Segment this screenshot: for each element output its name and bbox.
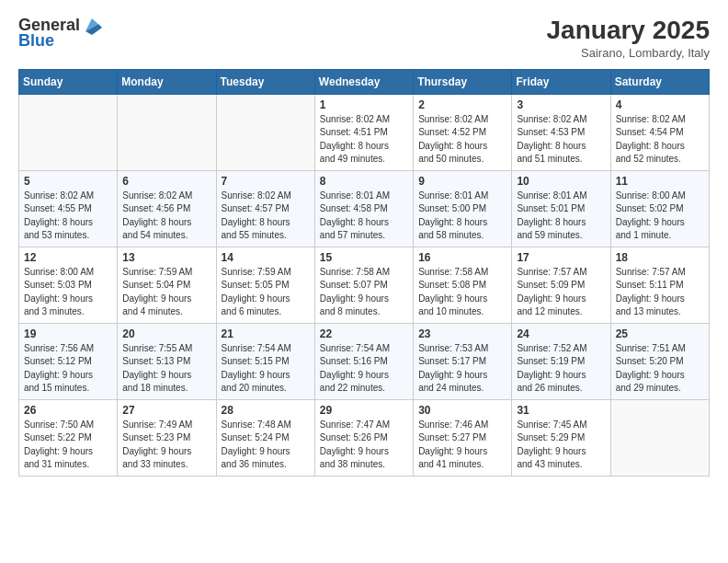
weekday-header-friday: Friday: [512, 69, 610, 94]
header: General Blue January 2025 Sairano, Lomba…: [18, 15, 710, 60]
day-number: 21: [222, 327, 310, 340]
day-number: 26: [24, 404, 112, 417]
calendar-day: 14Sunrise: 7:59 AM Sunset: 5:05 PM Dayli…: [216, 247, 314, 323]
day-number: 30: [418, 404, 506, 417]
weekday-header-sunday: Sunday: [19, 69, 118, 94]
calendar-day: 7Sunrise: 8:02 AM Sunset: 4:57 PM Daylig…: [216, 170, 314, 247]
day-info: Sunrise: 7:54 AM Sunset: 5:16 PM Dayligh…: [320, 342, 408, 396]
day-info: Sunrise: 7:49 AM Sunset: 5:23 PM Dayligh…: [122, 419, 210, 472]
day-number: 6: [122, 175, 210, 188]
calendar-table: SundayMondayTuesdayWednesdayThursdayFrid…: [18, 69, 710, 477]
calendar-title: January 2025: [547, 15, 710, 46]
day-info: Sunrise: 7:48 AM Sunset: 5:24 PM Dayligh…: [222, 419, 310, 472]
day-info: Sunrise: 7:58 AM Sunset: 5:08 PM Dayligh…: [418, 266, 506, 319]
day-number: 28: [222, 404, 310, 417]
calendar-day: 11Sunrise: 8:00 AM Sunset: 5:02 PM Dayli…: [610, 170, 709, 247]
day-info: Sunrise: 7:56 AM Sunset: 5:12 PM Dayligh…: [24, 342, 112, 396]
calendar-day: [216, 94, 314, 170]
day-info: Sunrise: 8:02 AM Sunset: 4:54 PM Dayligh…: [616, 113, 704, 167]
calendar-week-1: 1Sunrise: 8:02 AM Sunset: 4:51 PM Daylig…: [19, 94, 710, 170]
weekday-header-saturday: Saturday: [610, 69, 709, 94]
day-info: Sunrise: 8:00 AM Sunset: 5:02 PM Dayligh…: [616, 190, 704, 243]
day-number: 18: [616, 251, 704, 264]
calendar-day: 29Sunrise: 7:47 AM Sunset: 5:26 PM Dayli…: [314, 399, 413, 476]
weekday-header-monday: Monday: [118, 69, 216, 94]
day-info: Sunrise: 7:45 AM Sunset: 5:29 PM Dayligh…: [517, 419, 605, 472]
calendar-day: 24Sunrise: 7:52 AM Sunset: 5:19 PM Dayli…: [512, 323, 610, 399]
logo-icon: [82, 15, 102, 35]
calendar-day: 26Sunrise: 7:50 AM Sunset: 5:22 PM Dayli…: [19, 399, 118, 476]
day-number: 16: [418, 251, 506, 264]
day-info: Sunrise: 7:50 AM Sunset: 5:22 PM Dayligh…: [24, 419, 112, 472]
day-info: Sunrise: 8:00 AM Sunset: 5:03 PM Dayligh…: [24, 266, 112, 319]
day-number: 17: [517, 251, 605, 264]
day-info: Sunrise: 8:01 AM Sunset: 5:01 PM Dayligh…: [517, 190, 605, 243]
day-number: 31: [517, 404, 605, 417]
day-number: 27: [122, 404, 210, 417]
calendar-day: 17Sunrise: 7:57 AM Sunset: 5:09 PM Dayli…: [512, 247, 610, 323]
calendar-day: 30Sunrise: 7:46 AM Sunset: 5:27 PM Dayli…: [414, 399, 512, 476]
page: General Blue January 2025 Sairano, Lomba…: [0, 0, 728, 563]
day-info: Sunrise: 8:02 AM Sunset: 4:57 PM Dayligh…: [222, 190, 310, 243]
day-info: Sunrise: 7:46 AM Sunset: 5:27 PM Dayligh…: [418, 419, 506, 472]
day-number: 8: [320, 175, 408, 188]
calendar-week-5: 26Sunrise: 7:50 AM Sunset: 5:22 PM Dayli…: [19, 399, 710, 476]
day-info: Sunrise: 7:54 AM Sunset: 5:15 PM Dayligh…: [222, 342, 310, 396]
calendar-day: 21Sunrise: 7:54 AM Sunset: 5:15 PM Dayli…: [216, 323, 314, 399]
day-number: 3: [517, 98, 605, 111]
day-number: 11: [616, 175, 704, 188]
calendar-day: 20Sunrise: 7:55 AM Sunset: 5:13 PM Dayli…: [118, 323, 216, 399]
calendar-week-4: 19Sunrise: 7:56 AM Sunset: 5:12 PM Dayli…: [19, 323, 710, 399]
weekday-row: SundayMondayTuesdayWednesdayThursdayFrid…: [19, 69, 710, 94]
day-info: Sunrise: 7:47 AM Sunset: 5:26 PM Dayligh…: [320, 419, 408, 472]
calendar-day: 28Sunrise: 7:48 AM Sunset: 5:24 PM Dayli…: [216, 399, 314, 476]
calendar-day: 1Sunrise: 8:02 AM Sunset: 4:51 PM Daylig…: [314, 94, 413, 170]
weekday-header-wednesday: Wednesday: [314, 69, 413, 94]
day-number: 9: [418, 175, 506, 188]
calendar-day: 15Sunrise: 7:58 AM Sunset: 5:07 PM Dayli…: [314, 247, 413, 323]
day-number: 19: [24, 327, 112, 340]
day-number: 29: [320, 404, 408, 417]
day-info: Sunrise: 8:01 AM Sunset: 5:00 PM Dayligh…: [418, 190, 506, 243]
calendar-day: 5Sunrise: 8:02 AM Sunset: 4:55 PM Daylig…: [19, 170, 118, 247]
day-number: 5: [24, 175, 112, 188]
day-info: Sunrise: 8:01 AM Sunset: 4:58 PM Dayligh…: [320, 190, 408, 243]
calendar-day: [610, 399, 709, 476]
day-number: 24: [517, 327, 605, 340]
day-info: Sunrise: 7:58 AM Sunset: 5:07 PM Dayligh…: [320, 266, 408, 319]
calendar-day: 10Sunrise: 8:01 AM Sunset: 5:01 PM Dayli…: [512, 170, 610, 247]
day-number: 22: [320, 327, 408, 340]
calendar-day: 16Sunrise: 7:58 AM Sunset: 5:08 PM Dayli…: [414, 247, 512, 323]
calendar-day: 18Sunrise: 7:57 AM Sunset: 5:11 PM Dayli…: [610, 247, 709, 323]
day-info: Sunrise: 7:59 AM Sunset: 5:05 PM Dayligh…: [222, 266, 310, 319]
logo: General Blue: [18, 15, 102, 51]
calendar-header: SundayMondayTuesdayWednesdayThursdayFrid…: [19, 69, 710, 94]
calendar-day: 6Sunrise: 8:02 AM Sunset: 4:56 PM Daylig…: [118, 170, 216, 247]
calendar-day: 8Sunrise: 8:01 AM Sunset: 4:58 PM Daylig…: [314, 170, 413, 247]
calendar-day: 19Sunrise: 7:56 AM Sunset: 5:12 PM Dayli…: [19, 323, 118, 399]
day-number: 25: [616, 327, 704, 340]
day-info: Sunrise: 8:02 AM Sunset: 4:56 PM Dayligh…: [122, 190, 210, 243]
calendar-day: 12Sunrise: 8:00 AM Sunset: 5:03 PM Dayli…: [19, 247, 118, 323]
calendar-day: 25Sunrise: 7:51 AM Sunset: 5:20 PM Dayli…: [610, 323, 709, 399]
calendar-week-3: 12Sunrise: 8:00 AM Sunset: 5:03 PM Dayli…: [19, 247, 710, 323]
day-info: Sunrise: 8:02 AM Sunset: 4:53 PM Dayligh…: [517, 113, 605, 167]
calendar-day: 22Sunrise: 7:54 AM Sunset: 5:16 PM Dayli…: [314, 323, 413, 399]
day-number: 10: [517, 175, 605, 188]
day-info: Sunrise: 7:59 AM Sunset: 5:04 PM Dayligh…: [122, 266, 210, 319]
calendar-day: [118, 94, 216, 170]
calendar-week-2: 5Sunrise: 8:02 AM Sunset: 4:55 PM Daylig…: [19, 170, 710, 247]
calendar-body: 1Sunrise: 8:02 AM Sunset: 4:51 PM Daylig…: [19, 94, 710, 476]
weekday-header-thursday: Thursday: [414, 69, 512, 94]
day-info: Sunrise: 8:02 AM Sunset: 4:51 PM Dayligh…: [320, 113, 408, 167]
calendar-day: [19, 94, 118, 170]
calendar-day: 3Sunrise: 8:02 AM Sunset: 4:53 PM Daylig…: [512, 94, 610, 170]
calendar-day: 13Sunrise: 7:59 AM Sunset: 5:04 PM Dayli…: [118, 247, 216, 323]
calendar-day: 2Sunrise: 8:02 AM Sunset: 4:52 PM Daylig…: [414, 94, 512, 170]
day-number: 13: [122, 251, 210, 264]
day-number: 1: [320, 98, 408, 111]
day-info: Sunrise: 7:57 AM Sunset: 5:11 PM Dayligh…: [616, 266, 704, 319]
day-number: 12: [24, 251, 112, 264]
calendar-day: 9Sunrise: 8:01 AM Sunset: 5:00 PM Daylig…: [414, 170, 512, 247]
day-number: 7: [222, 175, 310, 188]
